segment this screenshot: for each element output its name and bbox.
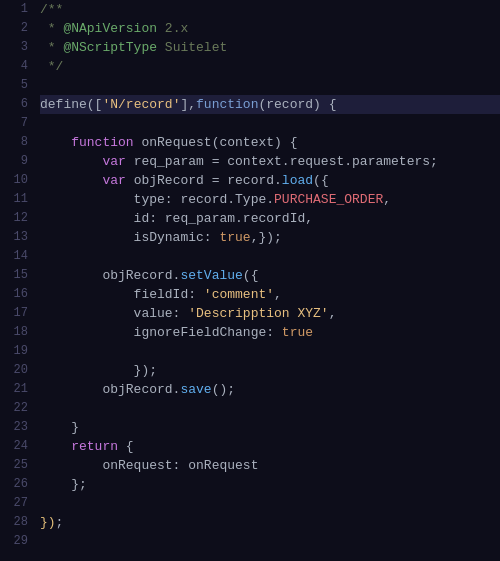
code-token: define([ bbox=[40, 95, 102, 114]
code-line: objRecord.setValue({ bbox=[40, 266, 500, 285]
code-token: function bbox=[196, 95, 258, 114]
code-token: (); bbox=[212, 380, 235, 399]
code-line: * @NScriptType Suitelet bbox=[40, 38, 500, 57]
code-line: ignoreFieldChange: true bbox=[40, 323, 500, 342]
line-number: 17 bbox=[14, 304, 28, 323]
code-token: onRequest: onRequest bbox=[40, 456, 258, 475]
code-token: load bbox=[282, 171, 313, 190]
code-token: ; bbox=[56, 513, 64, 532]
code-line: fieldId: 'comment', bbox=[40, 285, 500, 304]
line-number: 27 bbox=[14, 494, 28, 513]
line-number: 4 bbox=[21, 57, 28, 76]
code-line bbox=[40, 399, 500, 418]
code-token bbox=[40, 171, 102, 190]
code-line: */ bbox=[40, 57, 500, 76]
code-token: req_param = context.request.parameters; bbox=[126, 152, 438, 171]
code-token: value: bbox=[40, 304, 188, 323]
line-number: 18 bbox=[14, 323, 28, 342]
code-line: } bbox=[40, 418, 500, 437]
code-line: isDynamic: true,}); bbox=[40, 228, 500, 247]
code-token: 'Descripption XYZ' bbox=[188, 304, 328, 323]
code-token: var bbox=[102, 152, 125, 171]
code-token: } bbox=[40, 418, 79, 437]
code-line: objRecord.save(); bbox=[40, 380, 500, 399]
line-number: 11 bbox=[14, 190, 28, 209]
code-line bbox=[40, 247, 500, 266]
code-token: }; bbox=[40, 475, 87, 494]
code-token: PURCHASE_ORDER bbox=[274, 190, 383, 209]
line-number: 21 bbox=[14, 380, 28, 399]
code-token: type: record.Type. bbox=[40, 190, 274, 209]
code-token: (record) { bbox=[258, 95, 336, 114]
line-numbers: 1234567891011121314151617181920212223242… bbox=[0, 0, 36, 561]
code-token: setValue bbox=[180, 266, 242, 285]
code-token: 2.x bbox=[157, 19, 188, 38]
code-token: ignoreFieldChange: bbox=[40, 323, 282, 342]
code-token: Suitelet bbox=[157, 38, 227, 57]
code-token: , bbox=[274, 285, 282, 304]
code-token bbox=[40, 437, 71, 456]
code-token: ,}); bbox=[251, 228, 282, 247]
code-token: 'N/record' bbox=[102, 95, 180, 114]
code-line: var objRecord = record.load({ bbox=[40, 171, 500, 190]
code-token: objRecord. bbox=[40, 380, 180, 399]
code-token: /** bbox=[40, 0, 63, 19]
line-number: 28 bbox=[14, 513, 28, 532]
code-token: @NScriptType bbox=[63, 38, 157, 57]
code-token: id: req_param.recordId, bbox=[40, 209, 313, 228]
code-token bbox=[40, 152, 102, 171]
code-token: ({ bbox=[313, 171, 329, 190]
code-editor: 1234567891011121314151617181920212223242… bbox=[0, 0, 500, 561]
line-number: 2 bbox=[21, 19, 28, 38]
line-number: 16 bbox=[14, 285, 28, 304]
line-number: 20 bbox=[14, 361, 28, 380]
line-number: 24 bbox=[14, 437, 28, 456]
line-number: 8 bbox=[21, 133, 28, 152]
line-number: 9 bbox=[21, 152, 28, 171]
line-number: 5 bbox=[21, 76, 28, 95]
code-token: ({ bbox=[243, 266, 259, 285]
line-number: 19 bbox=[14, 342, 28, 361]
code-token: @NApiVersion bbox=[63, 19, 157, 38]
code-line bbox=[40, 494, 500, 513]
code-line: onRequest: onRequest bbox=[40, 456, 500, 475]
line-number: 1 bbox=[21, 0, 28, 19]
code-token bbox=[40, 133, 71, 152]
code-token: , bbox=[329, 304, 337, 323]
line-number: 15 bbox=[14, 266, 28, 285]
code-line: }); bbox=[40, 513, 500, 532]
code-token: save bbox=[180, 380, 211, 399]
code-token: fieldId: bbox=[40, 285, 204, 304]
code-token: true bbox=[219, 228, 250, 247]
line-number: 13 bbox=[14, 228, 28, 247]
code-token: var bbox=[102, 171, 125, 190]
line-number: 26 bbox=[14, 475, 28, 494]
line-number: 10 bbox=[14, 171, 28, 190]
code-line: * @NApiVersion 2.x bbox=[40, 19, 500, 38]
code-token: , bbox=[383, 190, 391, 209]
line-number: 22 bbox=[14, 399, 28, 418]
code-token: */ bbox=[40, 57, 63, 76]
code-token: { bbox=[118, 437, 134, 456]
code-token: }); bbox=[40, 361, 157, 380]
code-token: return bbox=[71, 437, 118, 456]
code-line: /** bbox=[40, 0, 500, 19]
code-token: 'comment' bbox=[204, 285, 274, 304]
code-token: ], bbox=[180, 95, 196, 114]
line-number: 25 bbox=[14, 456, 28, 475]
code-token: * bbox=[40, 19, 63, 38]
code-line: define(['N/record'],function(record) { bbox=[40, 95, 500, 114]
code-line bbox=[40, 76, 500, 95]
line-number: 23 bbox=[14, 418, 28, 437]
code-line: type: record.Type.PURCHASE_ORDER, bbox=[40, 190, 500, 209]
code-token: objRecord = record. bbox=[126, 171, 282, 190]
code-line bbox=[40, 114, 500, 133]
code-line: }); bbox=[40, 361, 500, 380]
code-token: true bbox=[282, 323, 313, 342]
code-line: }; bbox=[40, 475, 500, 494]
line-number: 12 bbox=[14, 209, 28, 228]
code-content[interactable]: /** * @NApiVersion 2.x * @NScriptType Su… bbox=[36, 0, 500, 561]
code-token: isDynamic: bbox=[40, 228, 219, 247]
line-number: 29 bbox=[14, 532, 28, 551]
code-line: var req_param = context.request.paramete… bbox=[40, 152, 500, 171]
